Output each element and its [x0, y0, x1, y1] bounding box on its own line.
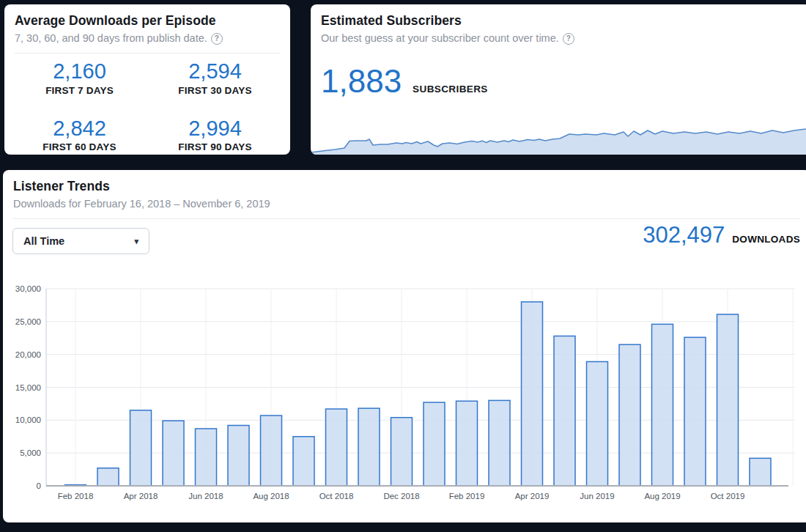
- svg-text:5,000: 5,000: [20, 448, 41, 457]
- divider: [13, 218, 800, 219]
- svg-text:10,000: 10,000: [15, 415, 41, 424]
- svg-text:Jun 2018: Jun 2018: [188, 492, 223, 500]
- stat-first-60-days: 2,842 FIRST 60 DAYS: [12, 117, 147, 152]
- listener-trends-title: Listener Trends: [13, 179, 800, 195]
- svg-text:20,000: 20,000: [15, 350, 41, 359]
- listener-trends-subtitle: Downloads for February 16, 2018 – Novemb…: [13, 197, 270, 212]
- svg-text:Apr 2018: Apr 2018: [124, 492, 158, 500]
- svg-text:Aug 2019: Aug 2019: [644, 492, 680, 500]
- listener-trends-card: Listener Trends Downloads for February 1…: [3, 170, 806, 522]
- svg-text:30,000: 30,000: [15, 284, 41, 293]
- svg-text:15,000: 15,000: [15, 383, 41, 392]
- svg-text:0: 0: [37, 481, 41, 490]
- chevron-down-icon: ▾: [134, 237, 138, 245]
- time-range-select[interactable]: All Time ▾: [12, 228, 149, 254]
- stat-label: FIRST 60 DAYS: [12, 141, 147, 152]
- stat-value: 2,994: [147, 117, 283, 139]
- avg-downloads-card: Average Downloads per Episode 7, 30, 60,…: [4, 4, 290, 155]
- stat-value: 2,160: [12, 60, 147, 82]
- help-icon[interactable]: ?: [563, 33, 574, 45]
- svg-text:Feb 2019: Feb 2019: [449, 492, 485, 500]
- stat-first-90-days: 2,994 FIRST 90 DAYS: [147, 117, 283, 152]
- avg-downloads-subtitle: 7, 30, 60, and 90 days from publish date…: [15, 32, 207, 46]
- subscriber-count: 1,883: [321, 65, 402, 97]
- svg-text:Jun 2019: Jun 2019: [580, 492, 614, 500]
- stat-label: FIRST 90 DAYS: [147, 141, 283, 152]
- estimated-subscribers-card: Estimated Subscribers Our best guess at …: [311, 4, 806, 155]
- svg-text:Oct 2019: Oct 2019: [711, 492, 745, 500]
- total-downloads-label: DOWNLOADS: [732, 234, 800, 245]
- subscriber-count-label: SUBSCRIBERS: [413, 84, 488, 95]
- stat-label: FIRST 7 DAYS: [12, 85, 147, 96]
- subscribers-sparkline-chart: [311, 114, 806, 155]
- svg-text:Aug 2018: Aug 2018: [253, 492, 289, 500]
- avg-downloads-stats: 2,160 FIRST 7 DAYS 2,594 FIRST 30 DAYS 2…: [4, 53, 290, 152]
- svg-text:25,000: 25,000: [15, 317, 41, 326]
- subscribers-title: Estimated Subscribers: [321, 13, 800, 29]
- svg-text:Feb 2018: Feb 2018: [58, 492, 94, 500]
- svg-text:Dec 2018: Dec 2018: [383, 492, 419, 500]
- stat-first-7-days: 2,160 FIRST 7 DAYS: [12, 60, 147, 95]
- stat-first-30-days: 2,594 FIRST 30 DAYS: [147, 60, 283, 95]
- stat-value: 2,842: [12, 117, 147, 139]
- stat-value: 2,594: [147, 60, 283, 82]
- total-downloads: 302,497: [643, 223, 725, 246]
- svg-text:Oct 2018: Oct 2018: [319, 492, 354, 500]
- subscribers-subtitle: Our best guess at your subscriber count …: [321, 32, 559, 46]
- analytics-dashboard: Average Downloads per Episode 7, 30, 60,…: [0, 0, 806, 532]
- stat-label: FIRST 30 DAYS: [147, 85, 283, 96]
- time-range-value: All Time: [23, 235, 64, 247]
- help-icon[interactable]: ?: [211, 33, 223, 45]
- avg-downloads-title: Average Downloads per Episode: [15, 13, 280, 29]
- svg-text:Apr 2019: Apr 2019: [515, 492, 550, 500]
